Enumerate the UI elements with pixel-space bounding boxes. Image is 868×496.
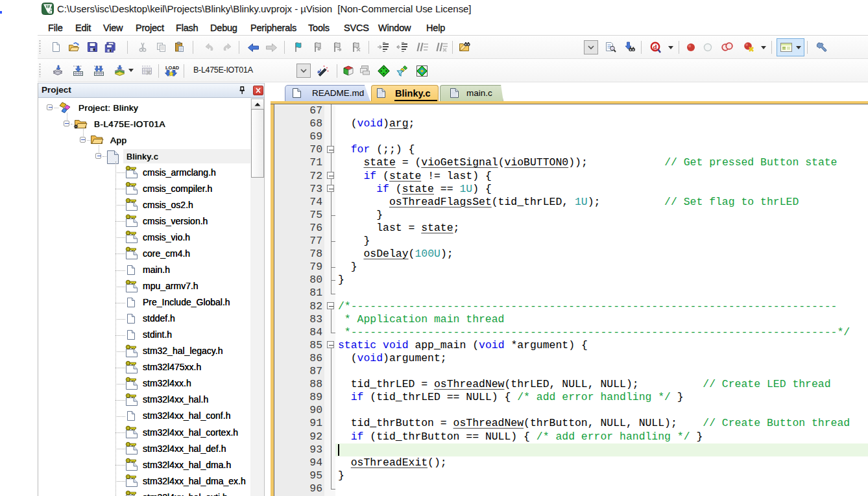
svg-text:LOAD: LOAD [165,65,179,71]
svg-text:d: d [653,43,657,51]
